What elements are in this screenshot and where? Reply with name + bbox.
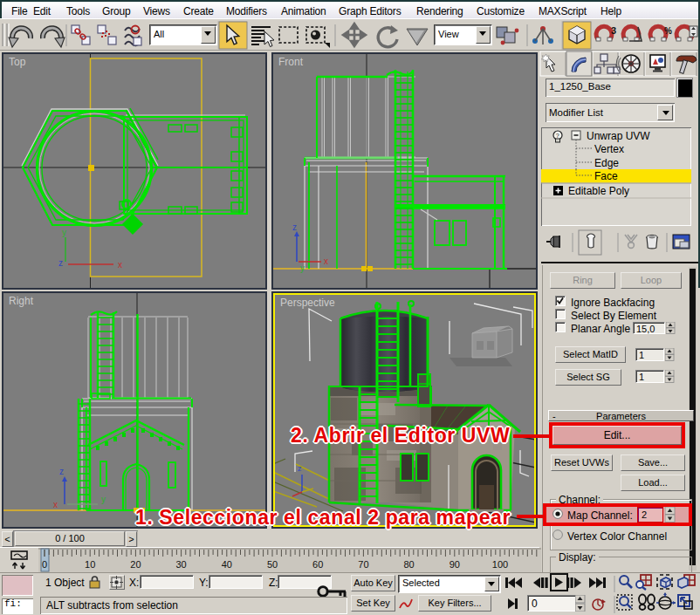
svg-text:x: x	[324, 256, 328, 266]
svg-text:40: 40	[222, 559, 232, 570]
svg-text:50: 50	[267, 559, 278, 570]
svg-text:z: z	[292, 222, 297, 232]
svg-text:0: 0	[42, 559, 47, 570]
svg-text:3: 3	[611, 25, 616, 36]
svg-text:Face: Face	[594, 170, 618, 182]
svg-text:80: 80	[403, 559, 414, 570]
svg-text:70: 70	[358, 559, 368, 570]
svg-text:z: z	[59, 467, 64, 476]
svg-text:20: 20	[130, 559, 141, 570]
svg-text:Vertex: Vertex	[594, 143, 624, 155]
svg-text:x: x	[53, 500, 58, 509]
svg-text:y: y	[300, 263, 305, 273]
svg-text:Unwrap UVW: Unwrap UVW	[587, 130, 650, 142]
svg-text:y: y	[62, 228, 66, 237]
svg-text:%: %	[664, 26, 672, 36]
svg-text:?: ?	[556, 133, 559, 139]
svg-text:90: 90	[450, 559, 460, 570]
svg-text:10: 10	[85, 559, 95, 570]
svg-text:60: 60	[312, 559, 323, 570]
svg-text:30: 30	[175, 559, 186, 570]
svg-text:y: y	[101, 495, 106, 504]
svg-text:Edge: Edge	[594, 157, 619, 169]
svg-text:Editable Poly: Editable Poly	[568, 185, 629, 197]
svg-text:z: z	[58, 258, 63, 268]
svg-text:x: x	[118, 260, 122, 270]
svg-text:100: 100	[492, 559, 508, 570]
